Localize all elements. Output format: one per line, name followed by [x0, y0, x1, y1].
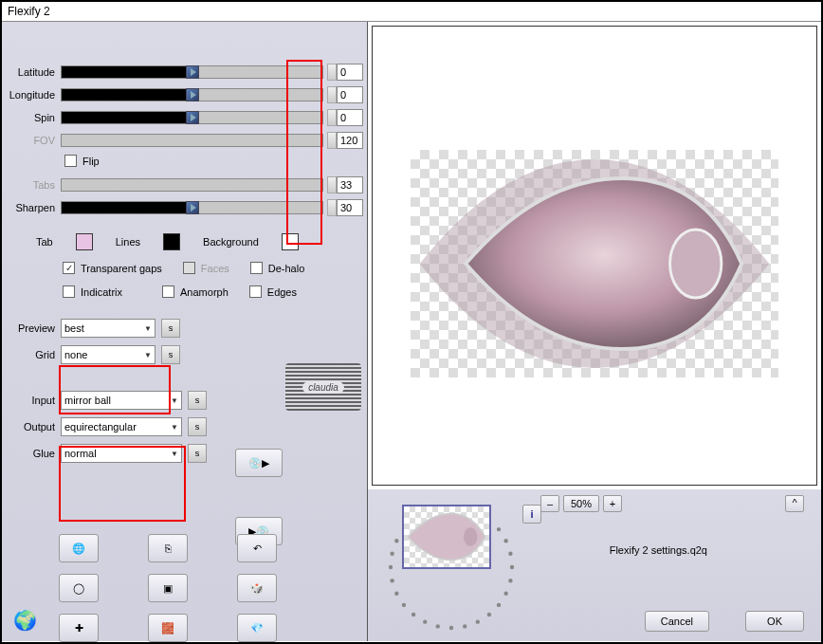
grid-s-button[interactable]: s [161, 345, 180, 364]
dice-tool-button[interactable]: 🎲 [237, 574, 277, 602]
zoom-in-button[interactable]: + [603, 495, 622, 512]
fov-nudge [327, 132, 337, 149]
tab-swatch[interactable] [76, 233, 93, 250]
svg-point-4 [497, 603, 501, 607]
earth-icon[interactable]: 🌍 [13, 609, 37, 632]
zoom-value: 50% [563, 495, 599, 512]
info-button[interactable]: i [522, 505, 541, 524]
svg-point-13 [394, 592, 398, 596]
svg-point-15 [389, 565, 393, 569]
edges-label: Edges [267, 286, 297, 298]
gem-tool-button[interactable]: 💎 [237, 614, 277, 642]
disc-play-forward-button[interactable]: 💿▶ [235, 449, 283, 477]
preview-select[interactable]: best▼ [61, 319, 155, 338]
tabs-slider [61, 178, 323, 192]
svg-point-8 [449, 626, 453, 630]
edges-checkbox[interactable] [249, 285, 262, 298]
flip-checkbox[interactable] [64, 155, 77, 167]
chevron-down-icon: ▼ [171, 423, 178, 432]
latitude-input[interactable] [337, 64, 363, 81]
plus-tool-button[interactable]: ✚ [59, 614, 99, 642]
svg-point-14 [390, 579, 393, 582]
output-s-button[interactable]: s [188, 417, 207, 436]
lines-swatch-label: Lines [116, 236, 140, 248]
grid-label: Grid [6, 349, 61, 360]
settings-filename: Flexify 2 settings.q2q [610, 544, 707, 556]
flip-label: Flip [82, 156, 100, 167]
sharpen-label: Sharpen [6, 202, 61, 213]
window-title: Flexify 2 [2, 2, 821, 22]
preview-s-button[interactable]: s [161, 319, 180, 338]
square-tool-button[interactable]: ▣ [148, 574, 188, 602]
fov-input[interactable] [337, 132, 363, 149]
checks-row-1: Transparent gaps Faces De-halo [63, 262, 363, 274]
ok-button[interactable]: OK [745, 611, 804, 632]
sharpen-slider[interactable] [61, 201, 323, 214]
spin-row: Spin [6, 109, 363, 126]
copy-tool-button[interactable]: ⎘ [148, 534, 188, 562]
anamorph-checkbox[interactable] [162, 285, 174, 298]
lines-swatch[interactable] [163, 233, 180, 250]
svg-point-28 [508, 552, 512, 556]
collapse-button[interactable]: ^ [785, 495, 804, 512]
svg-point-26 [497, 527, 501, 531]
grid-select[interactable]: none▼ [61, 345, 155, 364]
thumbnail-area: i [375, 499, 527, 632]
output-label: Output [6, 421, 61, 432]
svg-point-16 [390, 552, 393, 556]
bg-swatch-label: Background [203, 236, 259, 248]
spin-nudge[interactable] [327, 109, 337, 126]
tool-icon-grid: 🌐 ⎘ ↶ ◯ ▣ 🎲 ✚ 🧱 💎 [59, 534, 298, 644]
svg-point-2 [508, 579, 512, 582]
thumbnail-preview[interactable] [402, 505, 491, 569]
zoom-out-button[interactable]: – [540, 495, 559, 512]
output-select[interactable]: equirectangular▼ [61, 417, 182, 436]
svg-point-17 [394, 539, 398, 543]
svg-point-5 [487, 613, 491, 616]
svg-point-27 [503, 539, 507, 543]
svg-point-0 [670, 230, 722, 298]
svg-point-1 [510, 565, 514, 569]
input-s-button[interactable]: s [188, 391, 207, 410]
input-select[interactable]: mirror ball▼ [61, 391, 182, 410]
svg-point-3 [503, 592, 507, 596]
tab-swatch-label: Tab [36, 236, 53, 248]
latitude-slider[interactable] [61, 65, 323, 79]
transparent-gaps-checkbox[interactable] [63, 262, 75, 274]
fov-slider [61, 134, 323, 147]
indicatrix-checkbox[interactable] [63, 285, 75, 298]
glue-s-button[interactable]: s [188, 444, 207, 463]
sharpen-input[interactable] [337, 199, 363, 216]
preview-canvas[interactable] [372, 26, 817, 486]
checks-row-2: Indicatrix Anamorph Edges [63, 285, 363, 298]
svg-point-12 [402, 603, 406, 607]
globe-tool-button[interactable]: 🌐 [59, 534, 99, 562]
latitude-nudge[interactable] [327, 64, 337, 81]
sharpen-row: Sharpen [6, 199, 363, 216]
tabs-row: Tabs [6, 176, 363, 193]
longitude-slider[interactable] [61, 88, 323, 101]
glue-select[interactable]: normal▼ [61, 444, 182, 463]
circle-tool-button[interactable]: ◯ [59, 574, 99, 602]
chevron-down-icon: ▼ [171, 396, 178, 405]
anamorph-label: Anamorph [180, 286, 229, 298]
sharpen-nudge[interactable] [327, 199, 337, 216]
faces-label: Faces [201, 263, 229, 274]
bg-swatch[interactable] [282, 233, 299, 250]
cancel-button[interactable]: Cancel [645, 611, 709, 632]
svg-point-10 [423, 619, 427, 623]
longitude-input[interactable] [337, 86, 363, 103]
preview-label: Preview [6, 322, 61, 334]
longitude-nudge[interactable] [327, 86, 337, 103]
spin-input[interactable] [337, 109, 363, 126]
input-label: Input [6, 395, 61, 406]
dehalo-checkbox[interactable] [250, 262, 263, 274]
longitude-row: Longitude [6, 86, 363, 103]
spin-slider[interactable] [61, 111, 323, 124]
tabs-label: Tabs [6, 179, 61, 191]
brick-tool-button[interactable]: 🧱 [148, 614, 188, 642]
tabs-input[interactable] [337, 176, 363, 193]
undo-tool-button[interactable]: ↶ [237, 534, 277, 562]
svg-point-7 [463, 624, 466, 628]
chevron-down-icon: ▼ [144, 324, 152, 333]
